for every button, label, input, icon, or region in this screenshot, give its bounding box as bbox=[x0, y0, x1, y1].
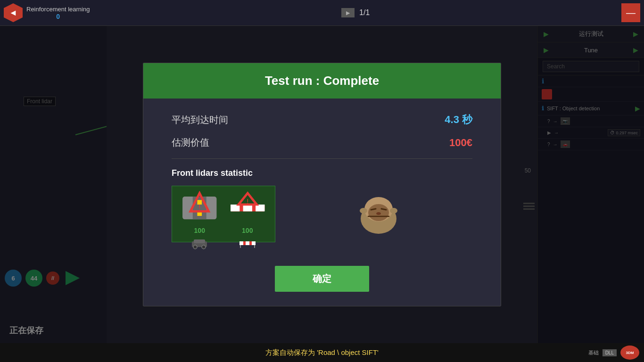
stat-cell-1: ! 100 bbox=[177, 191, 223, 234]
dll-badge: DLL bbox=[603, 349, 617, 356]
modal-footer: 确定 bbox=[143, 256, 501, 306]
est-value-row: 估测价值 100€ bbox=[172, 136, 472, 149]
barrier-small-icon bbox=[238, 237, 257, 250]
svg-text:!: ! bbox=[247, 197, 248, 205]
top-bar: ◄ Reinforcement learning 0 ▶ 1/1 — bbox=[0, 0, 644, 26]
mascot-svg bbox=[355, 193, 402, 235]
modal-overlay: Test run : Complete 平均到达时间 4.3 秒 估测价值 10… bbox=[0, 26, 644, 343]
avg-time-row: 平均到达时间 4.3 秒 bbox=[172, 113, 472, 127]
barrier-icon: ! bbox=[225, 191, 271, 225]
rl-icon: ◄ bbox=[4, 3, 23, 22]
rl-title-block: Reinforcement learning 0 bbox=[26, 6, 90, 20]
svg-rect-17 bbox=[239, 241, 243, 245]
svg-point-14 bbox=[193, 245, 197, 249]
avg-time-value: 4.3 秒 bbox=[445, 113, 472, 127]
stat-cell-3 bbox=[177, 237, 223, 250]
svg-line-25 bbox=[371, 209, 376, 210]
top-right: — bbox=[621, 3, 644, 22]
bottom-bar: 方案自动保存为 'Road \ object SIFT' 基础 DLL 3DM bbox=[0, 343, 644, 362]
modal-body: 平均到达时间 4.3 秒 估测价值 100€ Front lidars stat… bbox=[143, 99, 501, 256]
top-center: ▶ 1/1 bbox=[90, 8, 621, 17]
car-icon bbox=[190, 237, 209, 250]
svg-rect-18 bbox=[246, 241, 249, 245]
modal-header: Test run : Complete bbox=[143, 63, 501, 99]
divider bbox=[172, 158, 472, 159]
stats-box: ! 100 ! 100 bbox=[172, 186, 275, 242]
svg-point-27 bbox=[376, 212, 381, 215]
est-value: 100€ bbox=[449, 137, 472, 149]
svg-point-15 bbox=[202, 245, 206, 249]
avg-time-label: 平均到达时间 bbox=[172, 114, 228, 126]
stat1-value: 100 bbox=[194, 227, 205, 234]
stats-grid: ! 100 ! 100 bbox=[172, 186, 472, 242]
run-counter: 1/1 bbox=[359, 8, 370, 17]
close-button[interactable]: — bbox=[621, 3, 640, 22]
modal-title: Test run : Complete bbox=[265, 74, 379, 88]
stat2-value: 100 bbox=[242, 227, 253, 234]
svg-point-29 bbox=[360, 208, 367, 214]
confirm-button[interactable]: 确定 bbox=[275, 266, 369, 292]
game-title: Reinforcement learning bbox=[26, 6, 90, 13]
export-icon[interactable]: ▶ bbox=[341, 8, 355, 17]
svg-rect-19 bbox=[252, 241, 256, 245]
game-score: 0 bbox=[26, 13, 90, 20]
result-modal: Test run : Complete 平均到达时间 4.3 秒 估测价值 10… bbox=[143, 63, 501, 306]
svg-line-26 bbox=[381, 209, 386, 210]
svg-rect-13 bbox=[194, 239, 205, 243]
section-title: Front lidars statistic bbox=[172, 168, 472, 178]
watermark-badge: 3DM bbox=[620, 346, 639, 360]
svg-text:!: ! bbox=[198, 203, 200, 211]
mascot-area bbox=[285, 193, 472, 235]
stat-cell-4 bbox=[225, 237, 271, 250]
est-value-label: 估测价值 bbox=[172, 136, 209, 149]
bottom-right-icons: 基础 DLL 3DM bbox=[588, 346, 639, 360]
road-icon-1: ! bbox=[177, 191, 223, 225]
basic-label: 基础 bbox=[588, 349, 599, 356]
auto-save-text: 方案自动保存为 'Road \ object SIFT' bbox=[265, 348, 379, 357]
stat-cell-2: ! 100 bbox=[225, 191, 271, 234]
svg-point-30 bbox=[390, 208, 397, 214]
